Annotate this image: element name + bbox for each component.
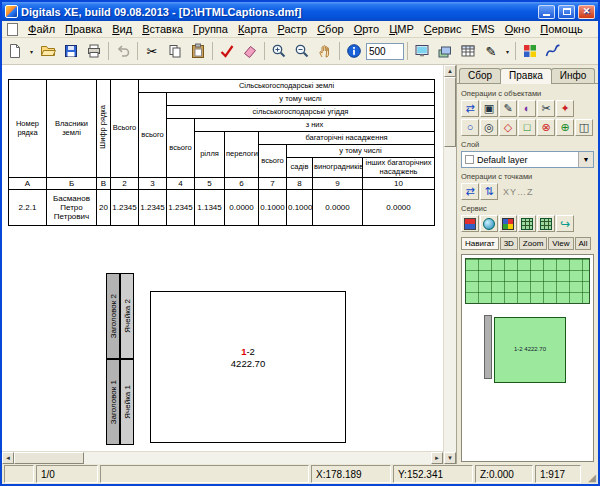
- parcel-polygon[interactable]: 1-2 4222.70: [150, 291, 346, 443]
- menu-insert[interactable]: Вставка: [137, 22, 188, 36]
- vertical-scroll-thumb[interactable]: [444, 77, 456, 147]
- data-cell[interactable]: 2.2.1: [9, 190, 47, 226]
- header-cell[interactable]: Номер рядка: [9, 80, 47, 178]
- data-cell[interactable]: 0.0000: [225, 190, 259, 226]
- letter-cell[interactable]: 7: [259, 178, 287, 190]
- layers-button[interactable]: [434, 40, 456, 62]
- header-cell[interactable]: у тому числі: [287, 145, 435, 158]
- header-cell[interactable]: всього: [167, 119, 195, 178]
- scroll-up-button[interactable]: ▲: [444, 65, 456, 77]
- menu-raster[interactable]: Растр: [272, 22, 312, 36]
- menu-ortho[interactable]: Орто: [349, 22, 384, 36]
- grid-tools-icon[interactable]: [518, 215, 536, 232]
- paste-button[interactable]: [187, 40, 209, 62]
- letter-cell[interactable]: Б: [47, 178, 97, 190]
- new-document-button[interactable]: [4, 40, 26, 62]
- raster-mosaic-button[interactable]: [519, 40, 541, 62]
- header-cell[interactable]: всього: [139, 93, 167, 178]
- data-cell[interactable]: Басманов Петро Петрович: [47, 190, 97, 226]
- letter-cell[interactable]: 2: [111, 178, 139, 190]
- scroll-down-button[interactable]: ▼: [444, 452, 456, 464]
- cut-button[interactable]: ✂: [141, 40, 163, 62]
- minimize-button[interactable]: [538, 5, 555, 19]
- header-cell[interactable]: багаторічні насадження: [259, 132, 435, 145]
- letter-cell[interactable]: В: [97, 178, 111, 190]
- eraser-button[interactable]: [239, 40, 261, 62]
- letter-cell[interactable]: 4: [167, 178, 195, 190]
- horizontal-scroll-thumb[interactable]: [14, 452, 84, 464]
- package-icon[interactable]: [461, 215, 479, 232]
- table-button[interactable]: [457, 40, 479, 62]
- header-cell[interactable]: виноградників: [313, 158, 363, 178]
- draw-dropdown[interactable]: ▾: [503, 40, 512, 62]
- cadastral-table[interactable]: Номер рядка Власники землі Шифр рядка Вс…: [8, 79, 435, 226]
- scroll-track[interactable]: [444, 147, 456, 452]
- color-cube-icon[interactable]: [499, 215, 517, 232]
- menu-map[interactable]: Карта: [233, 22, 272, 36]
- layer-combobox[interactable]: Default layer ▼: [461, 151, 594, 168]
- nav-zoom-button[interactable]: Zoom: [519, 237, 547, 250]
- header-cell[interactable]: садів: [287, 158, 313, 178]
- tab-collect[interactable]: Сбор: [459, 68, 501, 83]
- menu-fms[interactable]: FMS: [466, 22, 499, 36]
- add-node-icon[interactable]: ⊕: [556, 119, 574, 136]
- info-button[interactable]: [343, 40, 365, 62]
- navigator-tab-button[interactable]: Навигат: [461, 237, 499, 250]
- menu-view[interactable]: Вид: [107, 22, 137, 36]
- header-cell[interactable]: Власники землі: [47, 80, 97, 178]
- data-cell[interactable]: 0.0000: [313, 190, 363, 226]
- grid-export-icon[interactable]: [537, 215, 555, 232]
- caption-cell[interactable]: Ячейка 1: [120, 359, 134, 445]
- zoom-in-button[interactable]: [268, 40, 290, 62]
- data-cell[interactable]: 0.0000: [363, 190, 435, 226]
- scale-input[interactable]: [366, 43, 404, 60]
- close-button[interactable]: ✕: [578, 5, 595, 19]
- rectangle-object-icon[interactable]: □: [518, 119, 536, 136]
- select-region-icon[interactable]: ▣: [480, 100, 498, 117]
- zoom-out-button[interactable]: [291, 40, 313, 62]
- scroll-left-button[interactable]: ◄: [2, 452, 14, 464]
- data-cell[interactable]: 1.1345: [195, 190, 225, 226]
- edit-object-icon[interactable]: ✎: [499, 100, 517, 117]
- data-cell[interactable]: 0.1000: [259, 190, 287, 226]
- header-cell[interactable]: у тому числі: [167, 93, 435, 106]
- menu-dem[interactable]: ЦМР: [384, 22, 419, 36]
- letter-cell[interactable]: 5: [195, 178, 225, 190]
- tab-info[interactable]: Инфо: [551, 68, 596, 83]
- resize-grip[interactable]: ◢: [583, 465, 596, 483]
- menu-window[interactable]: Окно: [500, 22, 536, 36]
- spline-button[interactable]: [542, 40, 564, 62]
- letter-cell[interactable]: 6: [225, 178, 259, 190]
- header-cell[interactable]: Шифр рядка: [97, 80, 111, 178]
- menu-help[interactable]: Помощь: [535, 22, 588, 36]
- letter-cell[interactable]: 9: [313, 178, 363, 190]
- data-cell[interactable]: 20: [97, 190, 111, 226]
- rhombus-object-icon[interactable]: ◇: [499, 119, 517, 136]
- vertical-scrollbar[interactable]: ▲ ▼: [443, 65, 456, 464]
- move-point-icon[interactable]: ⇄: [461, 183, 479, 200]
- scroll-right-button[interactable]: ►: [431, 452, 443, 464]
- data-cell[interactable]: 1.2345: [111, 190, 139, 226]
- join-objects-icon[interactable]: ✦: [556, 100, 574, 117]
- maximize-button[interactable]: [558, 5, 575, 19]
- header-cell[interactable]: сільськогосподарські угіддя: [167, 106, 435, 119]
- copy-button[interactable]: [164, 40, 186, 62]
- nav-view-button[interactable]: View: [548, 237, 573, 250]
- letter-cell[interactable]: 10: [363, 178, 435, 190]
- navigator-map[interactable]: 1-2 4222.70: [461, 254, 594, 462]
- move-object-icon[interactable]: ⇄: [461, 100, 479, 117]
- letter-cell[interactable]: А: [9, 178, 47, 190]
- menu-edit[interactable]: Правка: [60, 22, 107, 36]
- display-settings-button[interactable]: [411, 40, 433, 62]
- mirror-object-icon[interactable]: ◐: [518, 100, 536, 117]
- header-cell[interactable]: перелоги: [225, 132, 259, 178]
- header-cell[interactable]: рілля: [195, 132, 225, 178]
- nav-all-button[interactable]: All: [575, 237, 592, 250]
- save-button[interactable]: [60, 40, 82, 62]
- cut-object-icon[interactable]: ✂: [537, 100, 555, 117]
- redirect-arrow-icon[interactable]: ↪: [556, 215, 574, 232]
- globe-icon[interactable]: [480, 215, 498, 232]
- letter-cell[interactable]: 3: [139, 178, 167, 190]
- nav-3d-button[interactable]: 3D: [500, 237, 518, 250]
- pan-button[interactable]: [314, 40, 336, 62]
